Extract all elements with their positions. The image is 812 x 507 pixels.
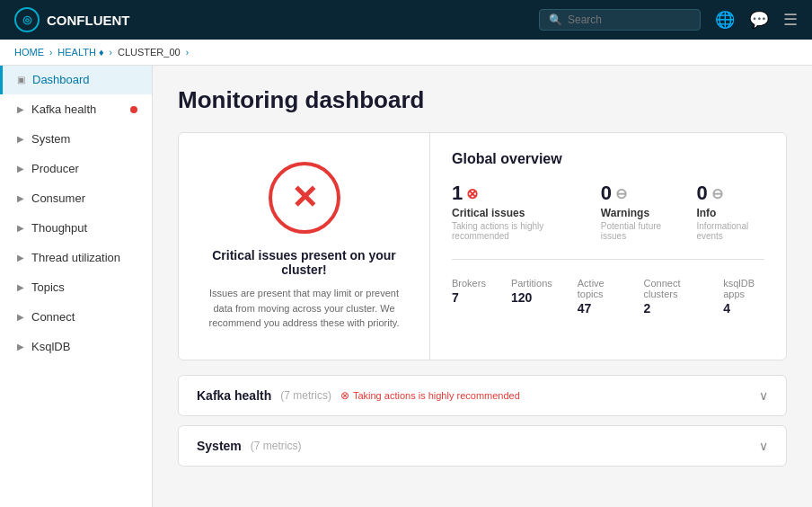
sidebar-label-system: System	[31, 132, 70, 146]
kafka-health-badge-icon: ⊗	[340, 389, 349, 402]
warnings-number: 0	[601, 182, 612, 205]
sidebar-item-producer[interactable]: ▶ Producer	[0, 154, 152, 183]
kafka-health-section-header[interactable]: Kafka health (7 metrics) ⊗ Taking action…	[179, 376, 786, 415]
app-layout: ▣ Dashboard ▶ Kafka health ▶ System ▶ Pr…	[0, 65, 812, 507]
critical-label: Critical issues	[452, 207, 579, 219]
logo-text: CONFLUENT	[47, 13, 130, 28]
kafka-health-header-left: Kafka health (7 metrics) ⊗ Taking action…	[197, 388, 520, 403]
thoughput-icon: ▶	[17, 223, 24, 233]
sidebar-item-consumer[interactable]: ▶ Consumer	[0, 183, 152, 213]
kafka-health-section-badge: ⊗ Taking actions is highly recommended	[340, 389, 520, 402]
main-content: Monitoring dashboard ✕ Critical issues p…	[153, 65, 812, 507]
brokers-value: 7	[452, 290, 486, 305]
metric-warnings: 0 ⊖ Warnings Potential future issues	[601, 182, 675, 241]
sections-container: Kafka health (7 metrics) ⊗ Taking action…	[178, 375, 787, 467]
sidebar-item-kafka-health[interactable]: ▶ Kafka health	[0, 94, 152, 124]
system-section-header[interactable]: System (7 metrics) ∨	[179, 426, 786, 466]
thread-util-icon: ▶	[17, 253, 24, 262]
sidebar-item-system[interactable]: ▶ System	[0, 124, 152, 154]
consumer-icon: ▶	[17, 193, 24, 203]
critical-x-icon: ✕	[291, 182, 318, 214]
breadcrumb-sep-1: ›	[49, 48, 52, 58]
info-number: 0	[696, 182, 707, 205]
system-icon: ▶	[17, 134, 24, 144]
brokers-label: Brokers	[452, 278, 486, 289]
page-title: Monitoring dashboard	[178, 86, 787, 114]
breadcrumb-sep-3: ›	[186, 48, 189, 58]
kafka-health-badge-text: Taking actions is highly recommended	[353, 390, 520, 401]
critical-panel: ✕ Critical issues present on your cluste…	[179, 133, 430, 360]
stat-ksqldb-apps: ksqlDB apps 4	[723, 278, 764, 316]
active-topics-value: 47	[578, 301, 619, 316]
metric-critical: 1 ⊗ Critical issues Taking actions is hi…	[452, 182, 579, 241]
critical-number: 1	[452, 182, 463, 205]
sidebar-item-ksqldb[interactable]: ▶ KsqlDB	[0, 332, 152, 361]
stat-active-topics: Active topics 47	[578, 278, 619, 316]
critical-count: 1 ⊗	[452, 182, 579, 205]
sidebar-label-thread-util: Thread utilization	[31, 251, 120, 264]
sidebar-label-connect: Connect	[31, 310, 75, 324]
sidebar-label-ksqldb: KsqlDB	[31, 340, 70, 353]
ksqldb-apps-label: ksqlDB apps	[723, 278, 764, 299]
stat-partitions: Partitions 120	[511, 278, 552, 316]
kafka-health-section-title: Kafka health	[197, 388, 271, 403]
stat-brokers: Brokers 7	[452, 278, 486, 316]
sidebar-item-connect[interactable]: ▶ Connect	[0, 302, 152, 332]
warnings-sub: Potential future issues	[601, 221, 675, 241]
chat-icon[interactable]: 💬	[749, 10, 769, 30]
info-sub: Informational events	[696, 221, 764, 241]
connect-clusters-label: Connect clusters	[644, 278, 699, 299]
system-section: System (7 metrics) ∨	[178, 425, 787, 467]
breadcrumb-cluster: CLUSTER_00	[118, 47, 181, 58]
sidebar-item-dashboard[interactable]: ▣ Dashboard	[0, 65, 152, 94]
topics-icon: ▶	[17, 282, 24, 292]
critical-sub: Taking actions is highly recommended	[452, 221, 579, 241]
sidebar-item-thread-utilization[interactable]: ▶ Thread utilization	[0, 243, 152, 272]
sidebar-label-kafka-health: Kafka health	[31, 102, 96, 116]
system-header-left: System (7 metrics)	[197, 439, 301, 453]
sidebar-item-thoughput[interactable]: ▶ Thoughput	[0, 213, 152, 243]
breadcrumb-home[interactable]: HOME	[14, 47, 44, 58]
critical-title: Critical issues present on your cluster!	[200, 248, 408, 277]
kafka-health-icon: ▶	[17, 104, 24, 114]
producer-icon: ▶	[17, 164, 24, 173]
breadcrumb-health[interactable]: HEALTH ♦	[57, 47, 103, 58]
nav-right: 🔍 🌐 💬 ☰	[539, 9, 798, 31]
menu-icon[interactable]: ☰	[783, 10, 798, 30]
system-section-title: System	[197, 439, 242, 453]
dashboard-icon: ▣	[17, 75, 25, 84]
sidebar-label-consumer: Consumer	[31, 191, 85, 205]
kafka-health-section-subtitle: (7 metrics)	[280, 389, 331, 402]
system-section-subtitle: (7 metrics)	[251, 440, 302, 452]
ksqldb-apps-value: 4	[723, 301, 764, 316]
sidebar-label-topics: Topics	[31, 280, 65, 294]
stats-row: Brokers 7 Partitions 120 Active topics 4…	[452, 278, 764, 316]
info-badge-icon: ⊖	[711, 185, 723, 202]
system-chevron-icon: ∨	[759, 439, 768, 453]
partitions-label: Partitions	[511, 278, 552, 289]
critical-badge-icon: ⊗	[466, 185, 478, 202]
critical-circle-icon: ✕	[269, 162, 340, 234]
ksqldb-icon: ▶	[17, 342, 24, 351]
globe-icon[interactable]: 🌐	[715, 10, 735, 30]
top-navigation: ◎ CONFLUENT 🔍 🌐 💬 ☰	[0, 0, 812, 40]
overview-right-panel: Global overview 1 ⊗ Critical issues Taki…	[430, 133, 786, 360]
kafka-health-section: Kafka health (7 metrics) ⊗ Taking action…	[178, 375, 787, 416]
search-bar[interactable]: 🔍	[539, 9, 701, 31]
search-input[interactable]	[568, 13, 691, 26]
active-topics-label: Active topics	[578, 278, 619, 299]
sidebar: ▣ Dashboard ▶ Kafka health ▶ System ▶ Pr…	[0, 65, 153, 507]
connect-clusters-value: 2	[644, 301, 699, 316]
info-label: Info	[696, 207, 764, 219]
kafka-health-alert-dot	[130, 106, 137, 113]
logo[interactable]: ◎ CONFLUENT	[14, 7, 130, 32]
partitions-value: 120	[511, 290, 552, 305]
stat-connect-clusters: Connect clusters 2	[644, 278, 699, 316]
global-overview-title: Global overview	[452, 151, 764, 167]
sidebar-label-thoughput: Thoughput	[31, 221, 87, 235]
kafka-health-chevron-icon: ∨	[759, 388, 768, 403]
sidebar-item-topics[interactable]: ▶ Topics	[0, 272, 152, 302]
sidebar-label-dashboard: Dashboard	[32, 73, 90, 86]
breadcrumb: HOME › HEALTH ♦ › CLUSTER_00 ›	[0, 40, 812, 66]
metrics-row: 1 ⊗ Critical issues Taking actions is hi…	[452, 182, 764, 260]
